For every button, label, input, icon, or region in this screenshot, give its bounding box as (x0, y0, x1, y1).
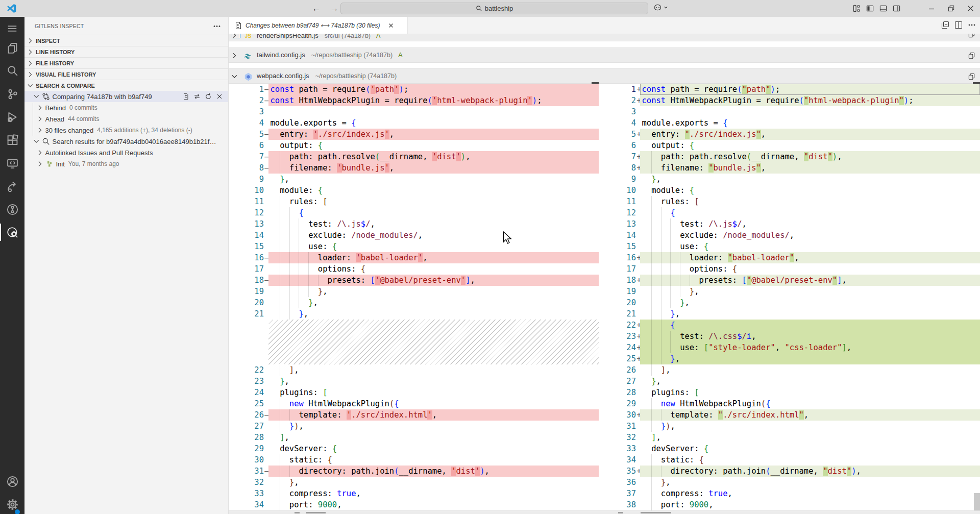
close-icon[interactable] (216, 93, 223, 100)
code-text[interactable]: ], (268, 432, 599, 443)
code-text[interactable]: port: 9000, (268, 499, 599, 510)
sidebar-item-init[interactable]: InitYou, 7 months ago (24, 158, 228, 169)
tab-close-icon[interactable] (387, 21, 395, 30)
code-text[interactable]: devServer: { (640, 443, 980, 454)
sidebar-item-search-results-for-b9af749a4db04016aee81[interactable]: Search results for b9af749a4db04016aee81… (24, 136, 228, 147)
activity-bar-search[interactable] (0, 60, 24, 81)
code-text[interactable]: test: /\.js$/, (268, 218, 599, 230)
code-text[interactable]: port: 9000, (640, 499, 980, 510)
code-text[interactable]: const HtmlWebpackPlugin = require('html-… (268, 95, 599, 106)
activity-bar-explorer[interactable] (0, 38, 24, 58)
code-text[interactable]: { (268, 207, 599, 218)
swap-comparison-icon[interactable] (193, 93, 201, 100)
more-actions-icon[interactable] (968, 21, 976, 29)
code-text[interactable]: plugins: [ (640, 387, 980, 398)
code-text[interactable]: }, (268, 477, 599, 488)
code-text[interactable]: ], (640, 432, 980, 443)
code-text[interactable]: }, (640, 477, 980, 488)
activity-bar-remote-explorer[interactable] (0, 153, 24, 174)
code-text[interactable]: const path = require("path"); (640, 84, 980, 95)
code-text[interactable]: new HtmlWebpackPlugin({ (268, 398, 599, 409)
customize-layout-icon[interactable] (853, 5, 861, 12)
code-text[interactable]: plugins: [ (268, 387, 599, 398)
code-text[interactable]: use: { (640, 241, 980, 252)
code-text[interactable]: output: { (268, 140, 599, 151)
activity-bar-source-control[interactable] (0, 84, 24, 104)
code-text[interactable]: test: /\.js$/, (640, 218, 980, 230)
sidebar-item-behind[interactable]: Behind0 commits (24, 102, 228, 113)
code-text[interactable]: template: "./src/index.html", (640, 409, 980, 421)
code-text[interactable]: }, (640, 174, 980, 185)
code-text[interactable]: directory: path.join(__dirname, 'dist'), (268, 466, 599, 477)
code-text[interactable]: options: { (640, 263, 980, 275)
sidebar-item-autolinked-issues-and-pull-requests[interactable]: Autolinked Issues and Pull Requests (24, 147, 228, 158)
code-text[interactable]: exclude: /node_modules/, (268, 230, 599, 241)
code-text[interactable]: compress: true, (640, 488, 980, 499)
code-text[interactable]: rules: [ (640, 196, 980, 207)
sidebar-section-search-compare[interactable]: SEARCH & COMPARE (24, 80, 228, 91)
tab-changes-diff[interactable]: Changes between b9af749 ⟷ 74a187b (30 fi… (229, 17, 408, 34)
code-text[interactable]: }, (268, 286, 599, 297)
copy-icon[interactable] (968, 34, 975, 38)
code-text[interactable]: { (640, 320, 980, 331)
code-text[interactable]: module: { (268, 185, 599, 196)
sidebar-section-line-history[interactable]: LINE HISTORY (24, 46, 228, 57)
activity-bar-extensions[interactable] (0, 130, 24, 150)
sidebar-item-ahead[interactable]: Ahead44 commits (24, 113, 228, 125)
refresh-icon[interactable] (205, 93, 212, 100)
open-changes-icon[interactable] (182, 93, 189, 100)
code-text[interactable]: path: path.resolve(__dirname, "dist"), (640, 151, 980, 162)
code-text[interactable]: const path = require('path'); (268, 84, 599, 95)
code-text[interactable]: module.exports = { (640, 117, 980, 129)
sidebar-section-inspect[interactable]: INSPECT (24, 35, 228, 46)
code-text[interactable]: use: { (268, 241, 599, 252)
code-text[interactable]: { (640, 207, 980, 218)
code-text[interactable]: }, (640, 286, 980, 297)
open-changes-icon[interactable] (941, 21, 949, 29)
code-text[interactable]: }, (268, 308, 599, 320)
code-text[interactable]: output: { (640, 140, 980, 151)
activity-bar-account[interactable] (0, 471, 24, 492)
activity-bar-gitlens-inspect[interactable] (0, 222, 24, 242)
code-text[interactable]: compress: true, (268, 488, 599, 499)
file-section-renderShipsHealth-js[interactable]: JSrenderShipsHealth.jssrc/ui (74a187b)A (229, 34, 980, 41)
toggle-secondary-sidebar-icon[interactable] (893, 5, 900, 12)
nav-forward-button[interactable]: → (328, 3, 340, 15)
code-text[interactable]: ], (640, 364, 980, 376)
code-text[interactable] (640, 106, 980, 117)
code-text[interactable]: filename: 'bundle.js', (268, 162, 599, 174)
code-text[interactable]: }), (268, 421, 599, 432)
activity-bar-commit-graph[interactable] (0, 199, 24, 219)
code-text[interactable]: module.exports = { (268, 117, 599, 129)
copilot-button[interactable] (653, 3, 668, 12)
file-section-webpack-config-js[interactable]: webpack.config.js~/repos/battleship (74a… (229, 68, 980, 84)
code-text[interactable]: }, (640, 376, 980, 387)
copy-icon[interactable] (968, 52, 975, 59)
code-text[interactable]: entry: './src/index.js', (268, 129, 599, 140)
more-actions-icon[interactable] (213, 22, 221, 30)
code-text[interactable]: template: './src/index.html', (268, 409, 599, 421)
code-text[interactable]: filename: "bundle.js", (640, 162, 980, 174)
activity-bar-menu[interactable] (0, 18, 24, 39)
code-text[interactable]: }, (268, 376, 599, 387)
code-text[interactable]: presets: ['@babel/preset-env'], (268, 275, 599, 286)
code-text[interactable]: presets: ["@babel/preset-env"], (640, 275, 980, 286)
code-text[interactable]: }, (268, 297, 599, 308)
nav-back-button[interactable]: ← (310, 3, 323, 15)
activity-bar-gitlens[interactable] (0, 176, 24, 197)
code-text[interactable]: rules: [ (268, 196, 599, 207)
toggle-panel-icon[interactable] (879, 5, 887, 12)
sidebar-section-file-history[interactable]: FILE HISTORY (24, 57, 228, 68)
close-window-button[interactable] (961, 0, 980, 17)
code-text[interactable]: new HtmlWebpackPlugin({ (640, 398, 980, 409)
code-text[interactable]: }, (640, 308, 980, 320)
code-text[interactable]: use: ["style-loader", "css-loader"], (640, 342, 980, 353)
sidebar-section-visual-file-history[interactable]: VISUAL FILE HISTORY (24, 68, 228, 80)
code-text[interactable]: loader: "babel-loader", (640, 252, 980, 263)
code-text[interactable]: ], (268, 364, 599, 376)
split-editor-icon[interactable] (954, 21, 963, 29)
code-text[interactable]: exclude: /node_modules/, (640, 230, 980, 241)
code-text[interactable]: }, (640, 297, 980, 308)
sidebar-item-comparing-74a187b-with-b9af749[interactable]: Comparing 74a187b with b9af749 (24, 91, 228, 102)
code-text[interactable]: module: { (640, 185, 980, 196)
